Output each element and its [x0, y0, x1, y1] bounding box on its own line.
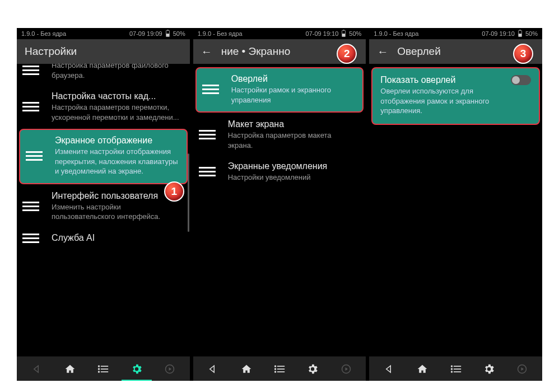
scrollbar[interactable]: [188, 153, 189, 232]
svg-rect-3: [101, 368, 108, 370]
back-arrow-icon[interactable]: ←: [201, 46, 212, 57]
svg-point-0: [98, 365, 100, 367]
nav-play[interactable]: [157, 358, 182, 380]
item-title: Настройка частоты кад...: [52, 91, 181, 101]
status-right: 07-09 19:10 50%: [482, 30, 538, 37]
nav-home[interactable]: [410, 358, 435, 380]
item-title: Экранное отображение: [55, 136, 180, 146]
status-version: 1.9.0 - Без ядра: [198, 30, 243, 37]
page-title: Настройки: [25, 45, 182, 58]
hamburger-icon: [197, 85, 225, 94]
settings-item-overlay[interactable]: Оверлей Настройки рамок и экранного упра…: [195, 67, 364, 113]
svg-point-14: [450, 365, 452, 367]
item-title: Служба AI: [52, 233, 181, 243]
nav-bar: [17, 356, 190, 381]
nav-play[interactable]: [334, 358, 358, 380]
nav-home[interactable]: [58, 358, 82, 380]
status-battery: 50%: [349, 30, 361, 37]
item-desc: Измените настройки отображения перекрыти…: [55, 147, 180, 176]
svg-rect-12: [277, 371, 285, 372]
item-desc: Изменить настройки пользовательского инт…: [52, 202, 181, 222]
status-battery: 50%: [525, 30, 538, 37]
status-time: 07-09 19:10: [306, 30, 339, 37]
item-desc: Настройка параметров файлового браузера.: [52, 64, 181, 80]
phone-screen-1: 1.9.0 - Без ядра 07-09 19:09 50% Настрой…: [17, 28, 190, 381]
status-time: 07-09 19:10: [482, 30, 515, 37]
settings-list: Показать оверлей Оверлеи используются дл…: [369, 64, 542, 356]
status-version: 1.9.0 - Без ядра: [21, 30, 66, 37]
hamburger-icon: [20, 151, 48, 161]
status-time: 07-09 19:09: [129, 30, 162, 37]
nav-bar: [369, 356, 542, 381]
nav-list[interactable]: [91, 358, 115, 380]
nav-list[interactable]: [444, 358, 468, 380]
status-bar: 1.9.0 - Без ядра 07-09 19:10 50%: [193, 28, 366, 39]
nav-settings[interactable]: [477, 358, 501, 380]
svg-point-11: [274, 371, 276, 372]
hamburger-icon: [17, 202, 45, 211]
hamburger-icon: [17, 66, 45, 75]
settings-item-screen-layout[interactable]: Макет экрана Настройка параметров макета…: [193, 114, 366, 156]
settings-list[interactable]: Оверлей Настройки рамок и экранного упра…: [193, 64, 366, 356]
hamburger-icon: [17, 234, 45, 243]
nav-active-indicator: [122, 380, 152, 381]
toggle-show-overlay[interactable]: Показать оверлей Оверлеи используются дл…: [371, 67, 540, 125]
battery-icon: [166, 30, 170, 37]
item-desc: Настройка параметров перемотки, ускоренн…: [52, 102, 181, 122]
nav-home[interactable]: [234, 358, 259, 380]
nav-list[interactable]: [267, 358, 292, 380]
settings-item-onscreen-display[interactable]: Экранное отображение Измените настройки …: [19, 129, 188, 184]
nav-play[interactable]: [510, 358, 534, 380]
settings-item-file-browser[interactable]: Настройка параметров файлового браузера.: [17, 64, 190, 86]
item-title: Экранные уведомления: [228, 161, 357, 171]
nav-settings[interactable]: [124, 358, 149, 380]
status-bar: 1.9.0 - Без ядра 07-09 19:09 50%: [17, 28, 190, 39]
nav-bar: [193, 356, 366, 381]
item-desc: Настройка параметров макета экрана.: [228, 130, 357, 150]
svg-rect-10: [277, 368, 285, 370]
toggle-switch[interactable]: [511, 75, 531, 85]
battery-icon: [518, 30, 522, 37]
nav-back[interactable]: [377, 358, 402, 380]
nav-back[interactable]: [201, 358, 225, 380]
nav-active-indicator: [231, 381, 262, 381]
battery-icon: [342, 30, 346, 37]
item-title: Оверлей: [231, 74, 356, 84]
hamburger-icon: [17, 102, 45, 111]
phone-screen-3: 1.9.0 - Без ядра 07-09 19:10 50% ← Оверл…: [369, 28, 542, 381]
item-desc: Настройки уведомлений: [228, 172, 357, 183]
settings-item-ai[interactable]: Служба AI: [17, 227, 190, 250]
hamburger-icon: [193, 130, 221, 139]
item-desc: Оверлеи используются для отображения рам…: [380, 86, 502, 116]
svg-point-7: [274, 365, 276, 367]
svg-point-4: [98, 371, 100, 372]
nav-settings[interactable]: [300, 358, 325, 380]
svg-point-16: [450, 368, 452, 370]
settings-item-framerate[interactable]: Настройка частоты кад... Настройка парам…: [17, 86, 190, 128]
step-badge-1: 1: [164, 181, 184, 202]
svg-rect-19: [453, 371, 460, 372]
item-desc: Настройки рамок и экранного управления: [231, 85, 356, 105]
status-bar: 1.9.0 - Без ядра 07-09 19:10 50%: [369, 28, 542, 39]
settings-list[interactable]: Настройка параметров файлового браузера.…: [17, 64, 190, 356]
svg-rect-15: [453, 366, 460, 367]
back-arrow-icon[interactable]: ←: [377, 46, 388, 57]
nav-active-indicator: [407, 381, 437, 381]
item-title: Показать оверлей: [380, 75, 502, 85]
svg-point-9: [274, 368, 276, 370]
item-title: Макет экрана: [228, 119, 357, 129]
status-right: 07-09 19:09 50%: [129, 30, 185, 37]
settings-item-notifications[interactable]: Экранные уведомления Настройки уведомлен…: [193, 156, 366, 188]
svg-rect-17: [453, 368, 460, 370]
svg-point-2: [98, 368, 100, 370]
header: Настройки: [17, 39, 190, 64]
svg-rect-1: [101, 366, 108, 367]
status-version: 1.9.0 - Без ядра: [374, 30, 418, 37]
item-title: Интерфейс пользователя: [52, 191, 181, 201]
status-right: 07-09 19:10 50%: [306, 30, 362, 37]
status-battery: 50%: [173, 30, 185, 37]
nav-back[interactable]: [25, 358, 49, 380]
step-badge-3: 3: [513, 44, 533, 64]
phone-screen-2: 1.9.0 - Без ядра 07-09 19:10 50% ← ние •…: [193, 28, 366, 381]
svg-rect-5: [101, 371, 108, 372]
